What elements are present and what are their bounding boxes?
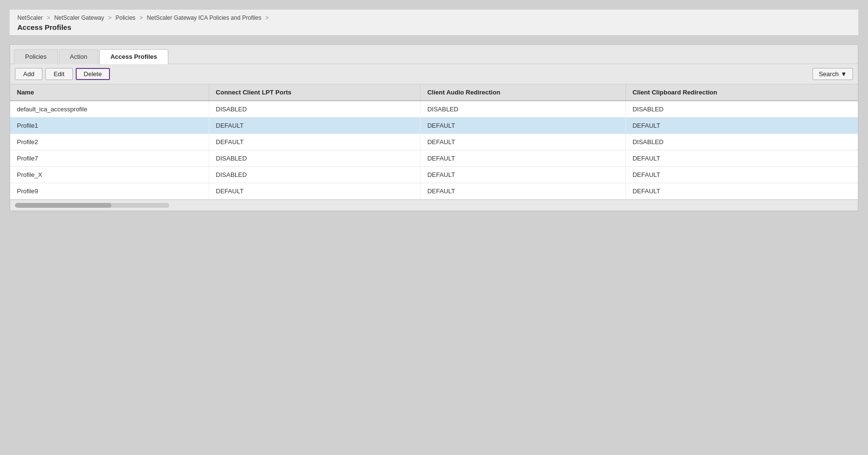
table-cell-2-1: DEFAULT [209, 134, 420, 150]
table-cell-4-1: DISABLED [209, 167, 420, 183]
table-cell-2-0: Profile2 [10, 134, 209, 150]
table-cell-2-2: DEFAULT [420, 134, 626, 150]
table-cell-3-3: DEFAULT [625, 150, 858, 167]
add-button[interactable]: Add [15, 68, 42, 80]
table-row[interactable]: Profile2DEFAULTDEFAULTDISABLED [10, 134, 858, 150]
breadcrumb-netscaler[interactable]: NetScaler [17, 14, 43, 21]
table-cell-4-2: DEFAULT [420, 167, 626, 183]
table-cell-0-3: DISABLED [625, 101, 858, 118]
page-wrapper: NetScaler > NetScaler Gateway > Policies… [0, 0, 868, 455]
col-header-name: Name [10, 84, 209, 101]
tab-action[interactable]: Action [59, 49, 98, 64]
table-cell-3-1: DISABLED [209, 150, 420, 167]
chevron-down-icon: ▼ [841, 70, 847, 78]
table-cell-5-2: DEFAULT [420, 183, 626, 200]
search-button[interactable]: Search ▼ [813, 68, 853, 80]
breadcrumb-ica[interactable]: NetScaler Gateway ICA Policies and Profi… [147, 14, 261, 21]
scrollbar-thumb[interactable] [15, 203, 111, 208]
breadcrumb-area: NetScaler > NetScaler Gateway > Policies… [10, 10, 858, 36]
sep3: > [139, 14, 143, 21]
table-row[interactable]: Profile9DEFAULTDEFAULTDEFAULT [10, 183, 858, 200]
main-panel: Policies Action Access Profiles Add Edit… [10, 44, 858, 211]
sep1: > [47, 14, 50, 21]
table-cell-0-1: DISABLED [209, 101, 420, 118]
table-cell-1-3: DEFAULT [625, 118, 858, 134]
breadcrumb: NetScaler > NetScaler Gateway > Policies… [17, 14, 851, 21]
table-header-row: Name Connect Client LPT Ports Client Aud… [10, 84, 858, 101]
delete-button[interactable]: Delete [76, 68, 110, 80]
table-cell-1-1: DEFAULT [209, 118, 420, 134]
breadcrumb-gateway[interactable]: NetScaler Gateway [54, 14, 104, 21]
table-cell-5-3: DEFAULT [625, 183, 858, 200]
table-cell-4-3: DEFAULT [625, 167, 858, 183]
table-cell-0-0: default_ica_accessprofile [10, 101, 209, 118]
sep4: > [265, 14, 269, 21]
table-cell-1-0: Profile1 [10, 118, 209, 134]
table-cell-3-2: DEFAULT [420, 150, 626, 167]
table-cell-0-2: DISABLED [420, 101, 626, 118]
breadcrumb-policies[interactable]: Policies [115, 14, 135, 21]
col-header-lpt: Connect Client LPT Ports [209, 84, 420, 101]
page-title: Access Profiles [17, 23, 851, 31]
table-body: default_ica_accessprofileDISABLEDDISABLE… [10, 101, 858, 200]
table-cell-4-0: Profile_X [10, 167, 209, 183]
tab-access-profiles[interactable]: Access Profiles [99, 49, 168, 64]
table-cell-5-0: Profile9 [10, 183, 209, 200]
scrollbar-area [10, 200, 858, 211]
sep2: > [108, 14, 111, 21]
table-row[interactable]: Profile_XDISABLEDDEFAULTDEFAULT [10, 167, 858, 183]
table-cell-5-1: DEFAULT [209, 183, 420, 200]
table-cell-3-0: Profile7 [10, 150, 209, 167]
table-row[interactable]: Profile1DEFAULTDEFAULTDEFAULT [10, 118, 858, 134]
tab-policies[interactable]: Policies [14, 49, 58, 64]
scrollbar-track[interactable] [15, 203, 169, 208]
data-table: Name Connect Client LPT Ports Client Aud… [10, 84, 858, 200]
table-row[interactable]: default_ica_accessprofileDISABLEDDISABLE… [10, 101, 858, 118]
col-header-audio: Client Audio Redirection [420, 84, 626, 101]
table-cell-1-2: DEFAULT [420, 118, 626, 134]
table-row[interactable]: Profile7DISABLEDDEFAULTDEFAULT [10, 150, 858, 167]
table-cell-2-3: DISABLED [625, 134, 858, 150]
toolbar: Add Edit Delete Search ▼ [10, 64, 858, 84]
tabs-bar: Policies Action Access Profiles [10, 45, 858, 64]
edit-button[interactable]: Edit [45, 68, 72, 80]
col-header-clipboard: Client Clipboard Redirection [625, 84, 858, 101]
